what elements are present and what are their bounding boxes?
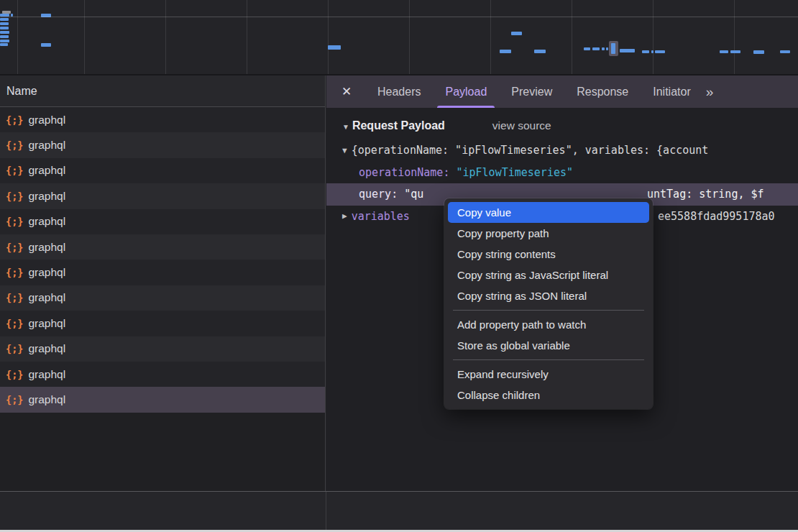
context-menu-item[interactable]: Copy value: [448, 202, 649, 223]
waterfall-bar: [780, 50, 790, 53]
network-request-row[interactable]: {;}graphql: [0, 158, 325, 183]
detail-tabs: HeadersPayloadPreviewResponseInitiator: [365, 75, 703, 108]
network-request-row[interactable]: {;}graphql: [0, 336, 325, 362]
json-braces-icon: {;}: [6, 369, 23, 380]
context-menu-item[interactable]: Copy string as JavaScript literal: [448, 265, 649, 285]
variables-value-right-fragment: ee5588fdad995178a0: [658, 206, 775, 228]
json-braces-icon: {;}: [6, 191, 23, 202]
waterfall-bar: [0, 35, 9, 38]
waterfall-bar: [611, 43, 615, 54]
request-name-label: graphql: [28, 393, 65, 406]
network-request-row[interactable]: {;}graphql: [0, 387, 325, 412]
waterfall-bar: [534, 50, 546, 53]
network-overview-timeline[interactable]: [0, 0, 798, 75]
context-menu-item[interactable]: Collapse children: [448, 385, 649, 405]
request-name-label: graphql: [28, 215, 65, 228]
request-name-label: graphql: [28, 266, 65, 279]
more-tabs-icon[interactable]: »: [706, 84, 714, 100]
waterfall-bar: [730, 50, 740, 53]
json-braces-icon: {;}: [6, 139, 23, 151]
waterfall-bar: [655, 50, 665, 53]
waterfall-bar: [606, 47, 608, 50]
network-request-row[interactable]: {;}graphql: [0, 285, 325, 311]
json-braces-icon: {;}: [6, 318, 23, 329]
json-braces-icon: {;}: [6, 242, 23, 253]
waterfall-bar: [584, 47, 590, 50]
key-value-space: [449, 166, 456, 179]
waterfall-bar: [602, 47, 605, 50]
json-braces-icon: {;}: [6, 216, 23, 227]
waterfall-bar: [0, 31, 9, 34]
context-menu-item[interactable]: Copy property path: [448, 223, 649, 244]
network-request-row[interactable]: {;}graphql: [0, 362, 325, 387]
waterfall-bar: [642, 50, 649, 53]
waterfall-bar: [328, 45, 341, 50]
property-key: query:: [359, 188, 398, 201]
context-menu-item[interactable]: Add property path to watch: [448, 314, 649, 335]
property-key: variables: [352, 210, 410, 223]
waterfall-bar: [41, 14, 51, 17]
panel-divider: [326, 492, 326, 530]
network-summary-bar: [0, 491, 798, 530]
waterfall-bar: [720, 50, 728, 53]
waterfall-bar: [0, 14, 9, 17]
context-menu-item[interactable]: Store as global variable: [448, 335, 649, 356]
view-source-link[interactable]: view source: [492, 119, 551, 132]
network-request-row[interactable]: {;}graphql: [0, 132, 325, 157]
request-name-label: graphql: [28, 139, 65, 152]
section-expanded-icon[interactable]: ▼: [342, 123, 349, 131]
json-braces-icon: {;}: [6, 343, 23, 354]
tab-initiator[interactable]: Initiator: [642, 75, 701, 108]
network-request-row[interactable]: {;}graphql: [0, 107, 325, 132]
network-request-row[interactable]: {;}graphql: [0, 311, 325, 336]
network-request-row[interactable]: {;}graphql: [0, 183, 325, 208]
waterfall-bar: [11, 14, 13, 17]
waterfall-bar: [0, 43, 8, 46]
section-title: Request Payload: [352, 119, 445, 132]
root-preview-text: {operationName: "ipFlowTimeseries", vari…: [352, 144, 709, 157]
network-request-row[interactable]: {;}graphql: [0, 209, 325, 234]
tab-response[interactable]: Response: [566, 75, 639, 108]
waterfall-bar: [511, 32, 522, 35]
request-payload-section-header: ▼ Request Payload view source: [326, 108, 798, 139]
detail-tab-bar: ✕ HeadersPayloadPreviewResponseInitiator…: [326, 75, 798, 108]
waterfall-bar: [753, 50, 764, 54]
json-braces-icon: {;}: [6, 267, 23, 278]
request-name-label: graphql: [28, 164, 65, 177]
devtools-network-panel: Name {;}graphql{;}graphql{;}graphql{;}gr…: [0, 0, 798, 532]
json-braces-icon: {;}: [6, 292, 23, 303]
payload-root-row[interactable]: ▼ {operationName: "ipFlowTimeseries", va…: [326, 139, 798, 162]
waterfall-bar: [592, 47, 600, 50]
name-column-header[interactable]: Name: [0, 75, 325, 107]
json-braces-icon: {;}: [6, 394, 23, 405]
tab-payload[interactable]: Payload: [434, 75, 497, 108]
context-menu-item[interactable]: Copy string as JSON literal: [448, 285, 649, 306]
property-value: "ipFlowTimeseries": [456, 166, 573, 179]
context-menu: Copy valueCopy property pathCopy string …: [444, 198, 653, 409]
context-menu-item[interactable]: Expand recursively: [448, 364, 649, 385]
root-expanded-icon[interactable]: ▼: [342, 146, 347, 155]
tab-headers[interactable]: Headers: [367, 75, 431, 108]
menu-separator: [453, 310, 644, 311]
property-key: operationName:: [359, 166, 449, 179]
key-value-space: [398, 188, 404, 201]
requests-list-panel: Name {;}graphql{;}graphql{;}graphql{;}gr…: [0, 75, 326, 491]
variables-collapsed-icon[interactable]: ▶: [342, 211, 347, 221]
request-name-label: graphql: [28, 342, 65, 355]
request-name-label: graphql: [28, 317, 65, 330]
context-menu-item[interactable]: Copy string contents: [448, 244, 649, 265]
menu-separator: [453, 359, 644, 360]
waterfall-bar: [620, 49, 635, 52]
tab-preview[interactable]: Preview: [500, 75, 563, 108]
network-request-row[interactable]: {;}graphql: [0, 234, 325, 260]
close-icon[interactable]: ✕: [334, 84, 359, 99]
operation-name-row[interactable]: operationName: "ipFlowTimeseries": [326, 162, 798, 184]
waterfall-bar: [0, 22, 9, 25]
waterfall-bar: [651, 50, 653, 53]
network-request-row[interactable]: {;}graphql: [0, 260, 325, 285]
json-braces-icon: {;}: [6, 165, 23, 176]
waterfall-bar: [0, 18, 9, 21]
waterfall-bar: [500, 50, 511, 53]
waterfall-bar: [41, 43, 51, 47]
property-value-right-fragment: untTag: string, $f: [647, 183, 764, 206]
